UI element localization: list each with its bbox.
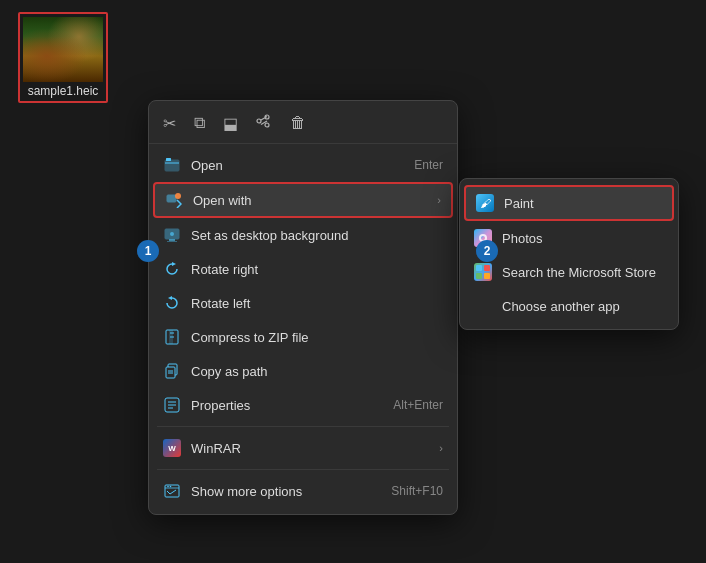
svg-rect-7 bbox=[476, 265, 482, 271]
share-icon[interactable] bbox=[256, 113, 272, 133]
context-menu: ✂ ⧉ ⬓ 🗑 Open Enter O bbox=[148, 100, 458, 515]
svg-rect-8 bbox=[484, 265, 490, 271]
menu-item-more-options-shortcut: Shift+F10 bbox=[391, 484, 443, 498]
copypath-icon bbox=[163, 362, 181, 380]
submenu-store-label: Search the Microsoft Store bbox=[502, 265, 664, 280]
store-app-icon bbox=[474, 263, 492, 281]
paint-app-icon: 🖌 bbox=[476, 194, 494, 212]
zip-icon bbox=[163, 328, 181, 346]
menu-item-set-desktop-label: Set as desktop background bbox=[191, 228, 443, 243]
menu-item-open-with[interactable]: Open with › 🖌 Paint bbox=[153, 182, 453, 218]
menu-item-winrar[interactable]: W WinRAR › bbox=[149, 431, 457, 465]
rotate-right-icon bbox=[163, 260, 181, 278]
menu-item-rotate-right[interactable]: Rotate right bbox=[149, 252, 457, 286]
rotate-left-icon bbox=[163, 294, 181, 312]
svg-point-30 bbox=[170, 486, 172, 488]
svg-point-29 bbox=[167, 486, 169, 488]
winrar-arrow-icon: › bbox=[439, 442, 443, 454]
properties-icon bbox=[163, 396, 181, 414]
menu-toolbar: ✂ ⧉ ⬓ 🗑 bbox=[149, 107, 457, 144]
menu-item-winrar-label: WinRAR bbox=[191, 441, 429, 456]
menu-item-properties-label: Properties bbox=[191, 398, 383, 413]
badge-2: 2 bbox=[476, 240, 498, 262]
copy-icon[interactable]: ⧉ bbox=[194, 114, 205, 132]
submenu-photos-label: Photos bbox=[502, 231, 664, 246]
delete-icon[interactable]: 🗑 bbox=[290, 114, 306, 132]
paste-special-icon[interactable]: ⬓ bbox=[223, 114, 238, 133]
submenu-choose-app-label: Choose another app bbox=[502, 299, 664, 314]
svg-rect-9 bbox=[476, 273, 482, 279]
menu-item-open-with-label: Open with bbox=[193, 193, 427, 208]
svg-rect-18 bbox=[170, 332, 174, 334]
menu-item-compress-zip[interactable]: Compress to ZIP file bbox=[149, 320, 457, 354]
menu-divider-2 bbox=[157, 469, 449, 470]
menu-item-compress-zip-label: Compress to ZIP file bbox=[191, 330, 443, 345]
desktop-file-icon[interactable]: sample1.heic bbox=[18, 12, 108, 103]
svg-rect-13 bbox=[167, 241, 177, 242]
menu-item-set-desktop[interactable]: Set as desktop background bbox=[149, 218, 457, 252]
menu-item-properties[interactable]: Properties Alt+Enter bbox=[149, 388, 457, 422]
menu-item-rotate-left-label: Rotate left bbox=[191, 296, 443, 311]
menu-item-properties-shortcut: Alt+Enter bbox=[393, 398, 443, 412]
menu-item-open-shortcut: Enter bbox=[414, 158, 443, 172]
cut-icon[interactable]: ✂ bbox=[163, 114, 176, 133]
menu-divider-1 bbox=[157, 426, 449, 427]
openwith-icon bbox=[165, 191, 183, 209]
submenu-paint-label: Paint bbox=[504, 196, 662, 211]
menu-item-rotate-left[interactable]: Rotate left bbox=[149, 286, 457, 320]
file-name: sample1.heic bbox=[23, 84, 103, 98]
menu-item-open[interactable]: Open Enter bbox=[149, 148, 457, 182]
open-with-arrow-icon: › bbox=[437, 194, 441, 206]
submenu-item-paint[interactable]: 🖌 Paint bbox=[464, 185, 674, 221]
svg-point-3 bbox=[175, 193, 181, 199]
desktop-bg-icon bbox=[163, 226, 181, 244]
svg-rect-0 bbox=[165, 160, 179, 171]
menu-item-rotate-right-label: Rotate right bbox=[191, 262, 443, 277]
moreoptions-icon bbox=[163, 482, 181, 500]
svg-rect-1 bbox=[166, 158, 171, 161]
menu-item-open-label: Open bbox=[191, 158, 404, 173]
menu-item-more-options-label: Show more options bbox=[191, 484, 381, 499]
menu-item-more-options[interactable]: Show more options Shift+F10 bbox=[149, 474, 457, 508]
svg-rect-12 bbox=[169, 239, 175, 241]
svg-rect-10 bbox=[484, 273, 490, 279]
choose-app-icon bbox=[474, 297, 492, 315]
winrar-icon: W bbox=[163, 439, 181, 457]
svg-rect-19 bbox=[170, 336, 174, 338]
menu-item-copy-path[interactable]: Copy as path bbox=[149, 354, 457, 388]
badge-1: 1 bbox=[137, 240, 159, 262]
svg-point-14 bbox=[170, 232, 174, 236]
menu-item-copy-path-label: Copy as path bbox=[191, 364, 443, 379]
file-thumbnail bbox=[23, 17, 103, 82]
open-icon bbox=[163, 156, 181, 174]
svg-rect-2 bbox=[167, 195, 176, 202]
submenu-item-choose-app[interactable]: Choose another app bbox=[460, 289, 678, 323]
